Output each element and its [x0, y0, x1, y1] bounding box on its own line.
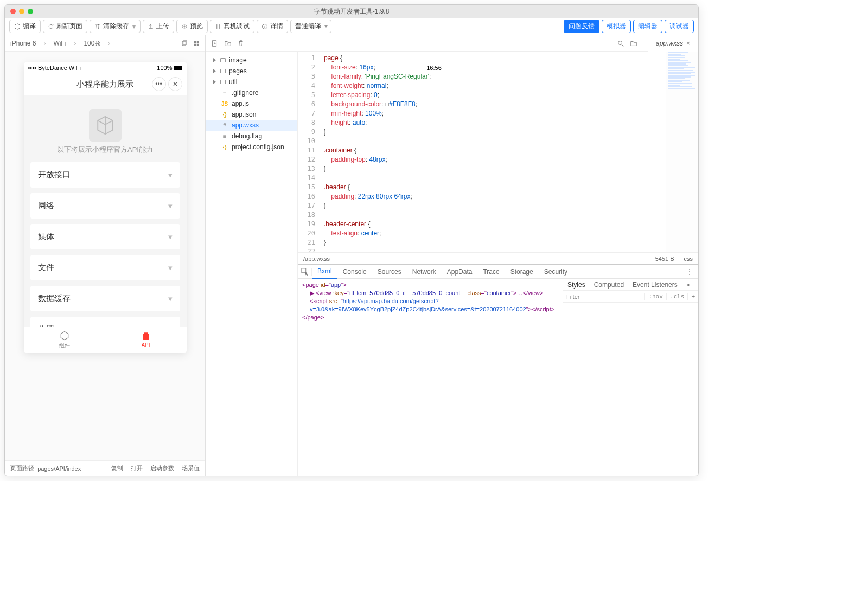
svg-rect-1	[217, 24, 220, 29]
phone-frame: •••• ByteDance WiFi 16:56 100% 小程序能力展示 •…	[24, 62, 187, 353]
devtools-tab[interactable]: Security	[539, 265, 573, 279]
new-file-icon[interactable]	[211, 40, 219, 47]
devtools-tab[interactable]: Network	[407, 265, 442, 279]
folder-item[interactable]: pages	[206, 66, 297, 76]
editor-statusbar: /app.wxss 5451 Bcss	[298, 252, 698, 264]
file-item[interactable]: ≡debug.flag	[206, 131, 297, 142]
eye-icon	[181, 23, 188, 30]
category-item[interactable]: 媒体▾	[30, 224, 180, 249]
footer-action[interactable]: 复制	[111, 464, 123, 472]
api-description: 以下将展示小程序官方API能力	[30, 145, 180, 155]
copy-icon[interactable]	[181, 40, 188, 47]
trash-icon	[94, 23, 101, 30]
editor-tab[interactable]: app.wxss×	[648, 35, 698, 52]
devtools-tab[interactable]: Trace	[477, 265, 505, 279]
zoom-select[interactable]: 100%	[84, 40, 100, 47]
clear-cache-button[interactable]: 清除缓存▾	[90, 20, 141, 33]
category-item[interactable]: 位置▾	[30, 317, 180, 327]
svg-point-0	[184, 25, 185, 27]
svg-rect-5	[194, 41, 196, 43]
page-title: 小程序能力展示	[76, 79, 133, 89]
category-item[interactable]: 数据缓存▾	[30, 286, 180, 311]
open-folder-icon[interactable]	[630, 40, 637, 47]
file-tree[interactable]: imagepagesutil ≡.gitignoreJSapp.js{}app.…	[206, 52, 298, 476]
maximize-window-icon[interactable]	[28, 9, 33, 14]
close-miniapp-button[interactable]: ✕	[168, 77, 182, 91]
main-toolbar: 编译 刷新页面 清除缓存▾ 上传 预览 真机调试 详情 普通编译 问题反馈 模拟…	[5, 18, 698, 35]
styles-option[interactable]: .cls	[666, 293, 688, 300]
styles-tab[interactable]: Styles	[563, 281, 590, 289]
styles-option[interactable]: +	[687, 293, 698, 300]
file-item[interactable]: ≡.gitignore	[206, 87, 297, 98]
file-item[interactable]: #app.wxss	[206, 120, 297, 131]
delete-icon[interactable]	[237, 40, 245, 47]
upload-button[interactable]: 上传	[143, 20, 174, 33]
search-icon[interactable]	[617, 40, 624, 47]
footer-action[interactable]: 场景值	[182, 464, 200, 472]
tab-component[interactable]: 组件	[24, 327, 105, 353]
phone-debug-icon	[215, 23, 221, 30]
category-item[interactable]: 文件▾	[30, 255, 180, 280]
refresh-icon	[48, 23, 54, 30]
footer-action[interactable]: 打开	[131, 464, 143, 472]
tab-api[interactable]: API	[105, 327, 187, 353]
network-select[interactable]: WiFi	[53, 40, 66, 47]
simulator-footer: 页面路径 pages/API/index 复制打开启动参数场景值	[5, 460, 205, 476]
category-item[interactable]: 开放接口▾	[30, 162, 180, 188]
device-select[interactable]: iPhone 6	[10, 40, 36, 47]
svg-rect-10	[144, 332, 148, 334]
styles-more-icon[interactable]: »	[682, 281, 694, 289]
close-tab-icon[interactable]: ×	[686, 40, 690, 47]
devtools-tab[interactable]: AppData	[442, 265, 478, 279]
styles-tab[interactable]: Computed	[590, 281, 628, 289]
devtools-tab[interactable]: Storage	[505, 265, 539, 279]
svg-point-12	[618, 41, 622, 44]
devtools-more-icon[interactable]: ⋮	[681, 268, 698, 276]
debugger-toggle[interactable]: 调试器	[665, 20, 694, 33]
line-gutter: 1234567891011121314151617181920212223	[298, 52, 320, 252]
inspect-icon[interactable]	[298, 268, 312, 276]
svg-rect-6	[197, 41, 199, 43]
simulator-config-bar: iPhone 6› WiFi› 100%›	[5, 35, 205, 52]
menu-button[interactable]: •••	[152, 77, 166, 91]
editor-toggle[interactable]: 编辑器	[633, 20, 662, 33]
simulator-toggle[interactable]: 模拟器	[602, 20, 631, 33]
refresh-button[interactable]: 刷新页面	[43, 20, 87, 33]
cube-icon	[89, 109, 122, 142]
devtools-tab[interactable]: Bxml	[312, 265, 337, 279]
close-window-icon[interactable]	[10, 9, 16, 14]
styles-tab[interactable]: Event Listeners	[628, 281, 682, 289]
preview-button[interactable]: 预览	[176, 20, 208, 33]
devtools-panel: BxmlConsoleSourcesNetworkAppDataTraceSto…	[298, 264, 698, 476]
code-editor[interactable]: page { font-size: 16px; font-family: 'Pi…	[320, 52, 666, 252]
styles-filter-input[interactable]	[563, 293, 644, 300]
grid-icon[interactable]	[193, 40, 200, 47]
remote-debug-button[interactable]: 真机调试	[210, 20, 254, 33]
folder-item[interactable]: image	[206, 55, 297, 66]
phone-content[interactable]: 以下将展示小程序官方API能力 开放接口▾网络▾媒体▾文件▾数据缓存▾位置▾	[24, 95, 187, 327]
window-title: 字节跳动开发者工具-1.9.8	[314, 7, 390, 16]
upload-icon	[148, 23, 154, 30]
file-item[interactable]: JSapp.js	[206, 98, 297, 109]
styles-option[interactable]: :hov	[644, 293, 666, 300]
footer-action[interactable]: 启动参数	[150, 464, 174, 472]
devtools-tab[interactable]: Console	[337, 265, 372, 279]
feedback-button[interactable]: 问题反馈	[564, 20, 599, 33]
dom-tree[interactable]: <page id="app"> ▶ <view :key="ttElem_570…	[298, 279, 563, 476]
info-icon	[261, 23, 268, 30]
compile-button[interactable]: 编译	[9, 20, 41, 33]
window-titlebar: 字节跳动开发者工具-1.9.8	[5, 5, 698, 18]
new-folder-icon[interactable]	[224, 40, 232, 47]
devtools-tab[interactable]: Sources	[372, 265, 407, 279]
compile-mode-select[interactable]: 普通编译	[290, 20, 331, 33]
info-button[interactable]: 详情	[257, 20, 288, 33]
page-path: pages/API/index	[37, 465, 81, 472]
category-item[interactable]: 网络▾	[30, 193, 180, 219]
folder-item[interactable]: util	[206, 76, 297, 87]
simulator-stage: •••• ByteDance WiFi 16:56 100% 小程序能力展示 •…	[5, 52, 205, 460]
file-item[interactable]: {}project.config.json	[206, 142, 297, 152]
minimize-window-icon[interactable]	[19, 9, 24, 14]
styles-panel: StylesComputedEvent Listeners» :hov.cls+	[563, 279, 698, 476]
file-item[interactable]: {}app.json	[206, 109, 297, 120]
minimap[interactable]	[666, 52, 698, 252]
